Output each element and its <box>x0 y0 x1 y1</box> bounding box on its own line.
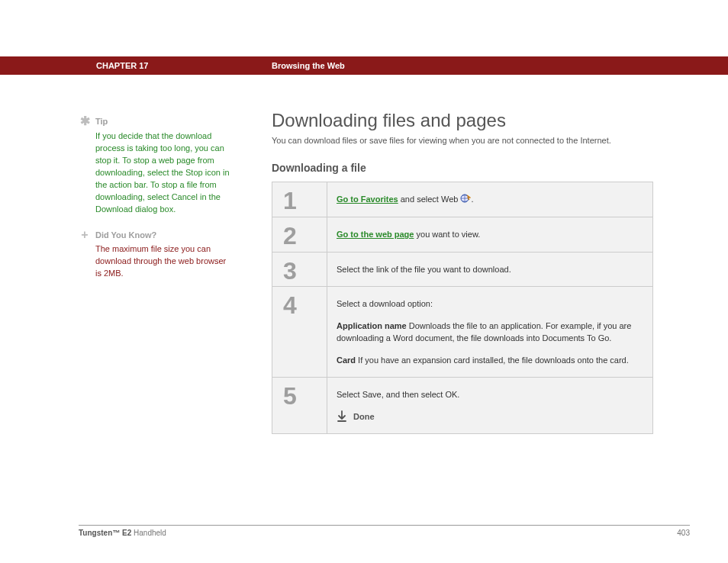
step-number: 3 <box>272 253 327 287</box>
tip-heading: Tip <box>95 116 231 128</box>
did-you-know-block: + Did You Know? The maximum file size yo… <box>79 230 231 281</box>
chapter-title: Browsing the Web <box>272 61 345 70</box>
section-subheading: Downloading a file <box>272 162 653 174</box>
sidebar: ✱ Tip If you decide that the download pr… <box>79 116 231 294</box>
did-you-know-body: The maximum file size you can download t… <box>95 243 231 280</box>
steps-table: 1 Go to Favorites and select Web . 2 Go … <box>272 182 653 434</box>
option-application-name: Application name Downloads the file to a… <box>337 320 643 345</box>
product-name: Tungsten™ E2 Handheld <box>79 529 166 537</box>
step-row-1: 1 Go to Favorites and select Web . <box>272 182 652 217</box>
step-2-text: you want to view. <box>414 230 480 239</box>
step-5-text: Select Save, and then select OK. <box>337 388 643 401</box>
step-number: 2 <box>272 217 327 252</box>
plus-icon: + <box>79 230 91 240</box>
tip-block: ✱ Tip If you decide that the download pr… <box>79 116 231 216</box>
step-1-text: and select Web <box>398 195 461 204</box>
chapter-header: CHAPTER 17 Browsing the Web <box>0 56 728 75</box>
download-done-icon <box>337 410 347 423</box>
option-card: Card If you have an expansion card insta… <box>337 354 643 367</box>
done-indicator: Done <box>337 410 643 423</box>
step-row-4: 4 Select a download option: Application … <box>272 287 652 378</box>
option-label: Card <box>337 355 356 365</box>
done-label: Done <box>353 410 375 423</box>
step-1-period: . <box>471 195 473 204</box>
step-number: 4 <box>272 287 327 377</box>
step-body: Select the link of the file you want to … <box>327 253 652 287</box>
chapter-label: CHAPTER 17 <box>96 61 148 70</box>
product-rest: Handheld <box>131 529 166 537</box>
did-you-know-heading: Did You Know? <box>95 230 231 242</box>
page-number: 403 <box>677 529 690 537</box>
step-row-5: 5 Select Save, and then select OK. Done <box>272 378 652 433</box>
go-to-favorites-link[interactable]: Go to Favorites <box>337 195 398 204</box>
step-body: Go to Favorites and select Web . <box>327 182 652 217</box>
option-label: Application name <box>337 321 407 330</box>
product-bold: Tungsten™ E2 <box>79 529 131 537</box>
page-footer: Tungsten™ E2 Handheld 403 <box>79 525 690 537</box>
step-body: Go to the web page you want to view. <box>327 217 652 252</box>
web-icon <box>460 194 471 207</box>
main-content: Downloading files and pages You can down… <box>272 110 653 434</box>
step-row-2: 2 Go to the web page you want to view. <box>272 217 652 253</box>
asterisk-icon: ✱ <box>79 116 91 127</box>
step-number: 5 <box>272 378 327 433</box>
step-body: Select a download option: Application na… <box>327 287 652 377</box>
page-title: Downloading files and pages <box>272 110 653 131</box>
intro-text: You can download files or save files for… <box>272 136 653 145</box>
step-row-3: 3 Select the link of the file you want t… <box>272 253 652 288</box>
option-body: If you have an expansion card installed,… <box>356 355 629 365</box>
tip-body: If you decide that the download process … <box>95 130 231 216</box>
step-body: Select Save, and then select OK. Done <box>327 378 652 433</box>
step-number: 1 <box>272 182 327 217</box>
go-to-web-page-link[interactable]: Go to the web page <box>337 230 414 239</box>
step-4-intro: Select a download option: <box>337 298 643 310</box>
